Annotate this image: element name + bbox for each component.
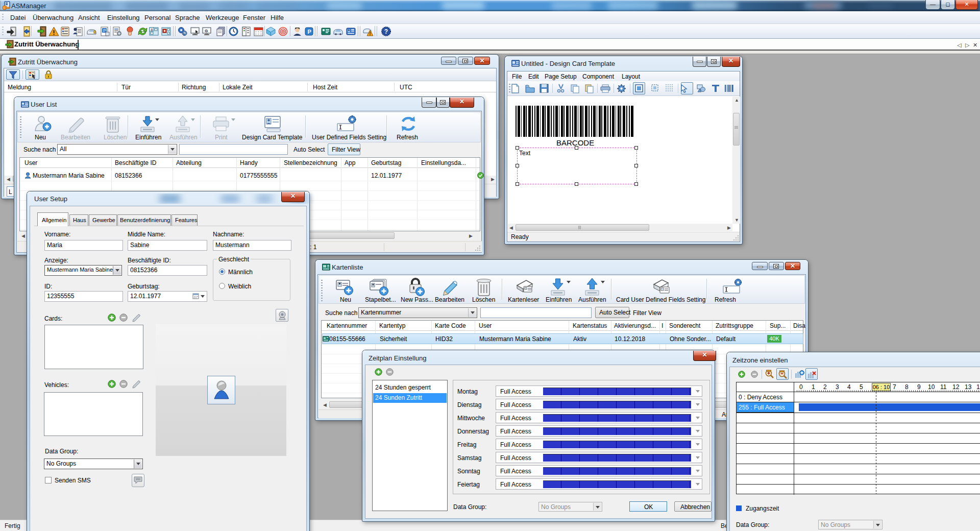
svg-text:s: s	[183, 32, 185, 36]
svg-text:?: ?	[384, 28, 388, 35]
svg-text:P: P	[308, 29, 311, 35]
svg-text:8: 8	[151, 28, 153, 32]
svg-text:G: G	[205, 29, 208, 33]
